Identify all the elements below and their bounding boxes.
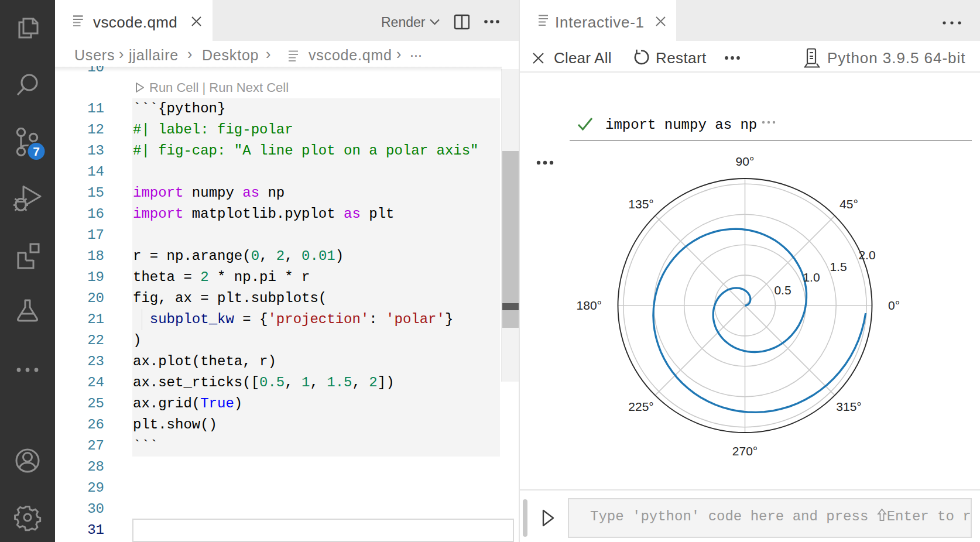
svg-text:0.5: 0.5 — [774, 283, 791, 297]
svg-text:270°: 270° — [732, 444, 758, 458]
svg-text:1.5: 1.5 — [830, 260, 847, 273]
svg-text:180°: 180° — [577, 299, 602, 312]
svg-text:0°: 0° — [888, 299, 900, 312]
svg-text:7: 7 — [33, 145, 40, 158]
svg-text:45°: 45° — [839, 197, 858, 211]
svg-text:135°: 135° — [628, 197, 653, 211]
svg-text:225°: 225° — [628, 400, 653, 413]
svg-text:1.0: 1.0 — [803, 270, 820, 284]
svg-text:2.0: 2.0 — [858, 248, 875, 262]
svg-text:315°: 315° — [836, 400, 861, 413]
svg-text:90°: 90° — [736, 155, 755, 168]
